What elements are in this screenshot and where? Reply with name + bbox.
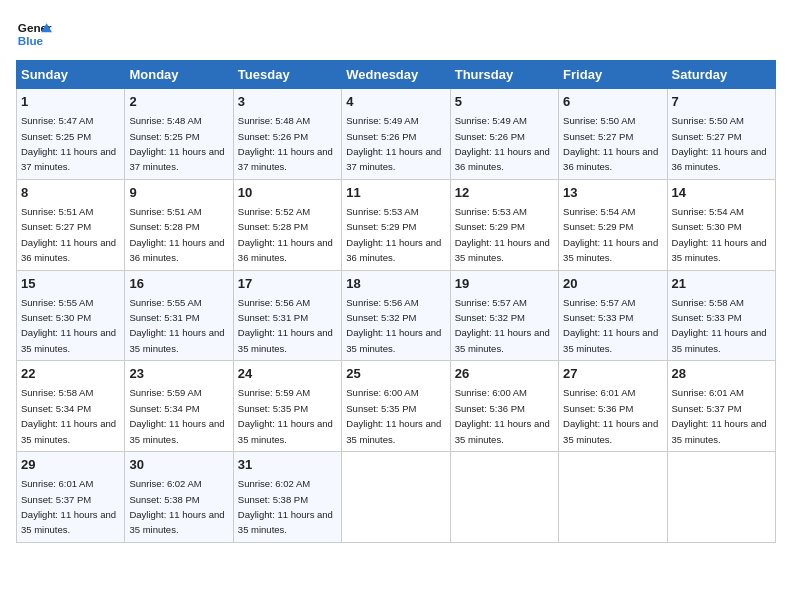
day-info: Sunrise: 5:55 AMSunset: 5:30 PMDaylight:…	[21, 297, 116, 354]
day-number: 12	[455, 184, 554, 202]
calendar-cell: 26Sunrise: 6:00 AMSunset: 5:36 PMDayligh…	[450, 361, 558, 452]
calendar-cell: 8Sunrise: 5:51 AMSunset: 5:27 PMDaylight…	[17, 179, 125, 270]
day-info: Sunrise: 5:56 AMSunset: 5:31 PMDaylight:…	[238, 297, 333, 354]
calendar-cell: 27Sunrise: 6:01 AMSunset: 5:36 PMDayligh…	[559, 361, 667, 452]
day-info: Sunrise: 6:00 AMSunset: 5:35 PMDaylight:…	[346, 387, 441, 444]
day-info: Sunrise: 5:53 AMSunset: 5:29 PMDaylight:…	[346, 206, 441, 263]
day-info: Sunrise: 6:01 AMSunset: 5:37 PMDaylight:…	[672, 387, 767, 444]
day-info: Sunrise: 5:56 AMSunset: 5:32 PMDaylight:…	[346, 297, 441, 354]
logo-icon: General Blue	[16, 16, 52, 52]
day-number: 30	[129, 456, 228, 474]
day-number: 8	[21, 184, 120, 202]
calendar-cell	[559, 452, 667, 543]
weekday-header-wednesday: Wednesday	[342, 61, 450, 89]
weekday-header-monday: Monday	[125, 61, 233, 89]
page-header: General Blue	[16, 16, 776, 52]
day-info: Sunrise: 5:57 AMSunset: 5:32 PMDaylight:…	[455, 297, 550, 354]
calendar-cell: 9Sunrise: 5:51 AMSunset: 5:28 PMDaylight…	[125, 179, 233, 270]
logo: General Blue	[16, 16, 52, 52]
day-number: 18	[346, 275, 445, 293]
day-info: Sunrise: 5:51 AMSunset: 5:27 PMDaylight:…	[21, 206, 116, 263]
day-number: 2	[129, 93, 228, 111]
weekday-header-sunday: Sunday	[17, 61, 125, 89]
day-info: Sunrise: 6:00 AMSunset: 5:36 PMDaylight:…	[455, 387, 550, 444]
day-info: Sunrise: 5:59 AMSunset: 5:34 PMDaylight:…	[129, 387, 224, 444]
day-info: Sunrise: 5:59 AMSunset: 5:35 PMDaylight:…	[238, 387, 333, 444]
day-number: 9	[129, 184, 228, 202]
day-number: 21	[672, 275, 771, 293]
calendar-cell: 23Sunrise: 5:59 AMSunset: 5:34 PMDayligh…	[125, 361, 233, 452]
day-number: 24	[238, 365, 337, 383]
day-number: 28	[672, 365, 771, 383]
day-number: 3	[238, 93, 337, 111]
calendar-week-3: 15Sunrise: 5:55 AMSunset: 5:30 PMDayligh…	[17, 270, 776, 361]
day-info: Sunrise: 5:49 AMSunset: 5:26 PMDaylight:…	[455, 115, 550, 172]
day-info: Sunrise: 5:51 AMSunset: 5:28 PMDaylight:…	[129, 206, 224, 263]
day-number: 13	[563, 184, 662, 202]
day-info: Sunrise: 5:48 AMSunset: 5:26 PMDaylight:…	[238, 115, 333, 172]
weekday-header-friday: Friday	[559, 61, 667, 89]
day-info: Sunrise: 5:53 AMSunset: 5:29 PMDaylight:…	[455, 206, 550, 263]
calendar-week-4: 22Sunrise: 5:58 AMSunset: 5:34 PMDayligh…	[17, 361, 776, 452]
day-number: 16	[129, 275, 228, 293]
day-number: 31	[238, 456, 337, 474]
calendar-week-5: 29Sunrise: 6:01 AMSunset: 5:37 PMDayligh…	[17, 452, 776, 543]
calendar-cell: 29Sunrise: 6:01 AMSunset: 5:37 PMDayligh…	[17, 452, 125, 543]
day-info: Sunrise: 5:58 AMSunset: 5:34 PMDaylight:…	[21, 387, 116, 444]
calendar-cell: 17Sunrise: 5:56 AMSunset: 5:31 PMDayligh…	[233, 270, 341, 361]
day-number: 25	[346, 365, 445, 383]
calendar-header-row: SundayMondayTuesdayWednesdayThursdayFrid…	[17, 61, 776, 89]
day-number: 11	[346, 184, 445, 202]
day-info: Sunrise: 6:02 AMSunset: 5:38 PMDaylight:…	[129, 478, 224, 535]
day-info: Sunrise: 5:47 AMSunset: 5:25 PMDaylight:…	[21, 115, 116, 172]
day-info: Sunrise: 6:02 AMSunset: 5:38 PMDaylight:…	[238, 478, 333, 535]
weekday-header-saturday: Saturday	[667, 61, 775, 89]
day-number: 17	[238, 275, 337, 293]
day-number: 14	[672, 184, 771, 202]
day-info: Sunrise: 5:55 AMSunset: 5:31 PMDaylight:…	[129, 297, 224, 354]
calendar-cell: 22Sunrise: 5:58 AMSunset: 5:34 PMDayligh…	[17, 361, 125, 452]
calendar-cell: 11Sunrise: 5:53 AMSunset: 5:29 PMDayligh…	[342, 179, 450, 270]
calendar-cell: 15Sunrise: 5:55 AMSunset: 5:30 PMDayligh…	[17, 270, 125, 361]
calendar-table: SundayMondayTuesdayWednesdayThursdayFrid…	[16, 60, 776, 543]
calendar-cell: 1Sunrise: 5:47 AMSunset: 5:25 PMDaylight…	[17, 89, 125, 180]
day-number: 10	[238, 184, 337, 202]
day-number: 26	[455, 365, 554, 383]
calendar-cell: 3Sunrise: 5:48 AMSunset: 5:26 PMDaylight…	[233, 89, 341, 180]
day-info: Sunrise: 6:01 AMSunset: 5:36 PMDaylight:…	[563, 387, 658, 444]
calendar-cell: 31Sunrise: 6:02 AMSunset: 5:38 PMDayligh…	[233, 452, 341, 543]
day-number: 20	[563, 275, 662, 293]
calendar-cell: 12Sunrise: 5:53 AMSunset: 5:29 PMDayligh…	[450, 179, 558, 270]
day-number: 6	[563, 93, 662, 111]
day-info: Sunrise: 5:58 AMSunset: 5:33 PMDaylight:…	[672, 297, 767, 354]
calendar-body: 1Sunrise: 5:47 AMSunset: 5:25 PMDaylight…	[17, 89, 776, 543]
calendar-week-2: 8Sunrise: 5:51 AMSunset: 5:27 PMDaylight…	[17, 179, 776, 270]
weekday-header-thursday: Thursday	[450, 61, 558, 89]
calendar-cell	[667, 452, 775, 543]
day-info: Sunrise: 5:52 AMSunset: 5:28 PMDaylight:…	[238, 206, 333, 263]
calendar-cell: 16Sunrise: 5:55 AMSunset: 5:31 PMDayligh…	[125, 270, 233, 361]
weekday-header-tuesday: Tuesday	[233, 61, 341, 89]
day-number: 29	[21, 456, 120, 474]
day-info: Sunrise: 5:48 AMSunset: 5:25 PMDaylight:…	[129, 115, 224, 172]
calendar-cell: 19Sunrise: 5:57 AMSunset: 5:32 PMDayligh…	[450, 270, 558, 361]
day-number: 23	[129, 365, 228, 383]
day-info: Sunrise: 5:57 AMSunset: 5:33 PMDaylight:…	[563, 297, 658, 354]
day-info: Sunrise: 6:01 AMSunset: 5:37 PMDaylight:…	[21, 478, 116, 535]
day-info: Sunrise: 5:50 AMSunset: 5:27 PMDaylight:…	[563, 115, 658, 172]
calendar-cell: 20Sunrise: 5:57 AMSunset: 5:33 PMDayligh…	[559, 270, 667, 361]
day-number: 1	[21, 93, 120, 111]
calendar-cell: 25Sunrise: 6:00 AMSunset: 5:35 PMDayligh…	[342, 361, 450, 452]
calendar-cell: 21Sunrise: 5:58 AMSunset: 5:33 PMDayligh…	[667, 270, 775, 361]
day-number: 22	[21, 365, 120, 383]
calendar-cell: 4Sunrise: 5:49 AMSunset: 5:26 PMDaylight…	[342, 89, 450, 180]
day-number: 7	[672, 93, 771, 111]
calendar-cell: 14Sunrise: 5:54 AMSunset: 5:30 PMDayligh…	[667, 179, 775, 270]
day-info: Sunrise: 5:50 AMSunset: 5:27 PMDaylight:…	[672, 115, 767, 172]
calendar-week-1: 1Sunrise: 5:47 AMSunset: 5:25 PMDaylight…	[17, 89, 776, 180]
calendar-cell: 18Sunrise: 5:56 AMSunset: 5:32 PMDayligh…	[342, 270, 450, 361]
day-number: 27	[563, 365, 662, 383]
calendar-cell: 2Sunrise: 5:48 AMSunset: 5:25 PMDaylight…	[125, 89, 233, 180]
calendar-cell: 28Sunrise: 6:01 AMSunset: 5:37 PMDayligh…	[667, 361, 775, 452]
calendar-cell: 13Sunrise: 5:54 AMSunset: 5:29 PMDayligh…	[559, 179, 667, 270]
